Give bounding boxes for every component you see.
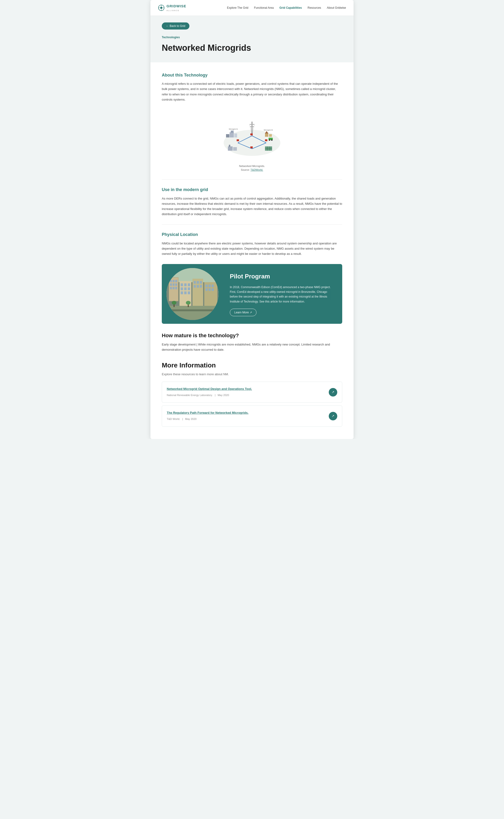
- modern-grid-body: As more DERs connect to the grid, NMGs c…: [162, 196, 342, 217]
- divider-2: [162, 224, 342, 225]
- maturity-section: How mature is the technology? Early stag…: [162, 331, 342, 352]
- resource-card-2-content: The Regulatory Path Forward for Networke…: [167, 410, 248, 422]
- svg-rect-59: [188, 287, 190, 290]
- nav-item-resources[interactable]: Resources: [308, 5, 321, 10]
- pilot-body: In 2018, Commonwealth Edison (ComEd) ann…: [230, 285, 336, 304]
- physical-location-section: Physical Location NMGs could be located …: [162, 231, 342, 256]
- svg-rect-56: [188, 283, 190, 286]
- svg-rect-28: [229, 145, 230, 147]
- svg-rect-19: [250, 133, 253, 135]
- svg-rect-74: [205, 288, 208, 291]
- physical-location-title: Physical Location: [162, 231, 342, 238]
- logo: GRIDWISE ALLIANCE: [158, 3, 186, 12]
- nav-item-grid[interactable]: Grid Capabilities: [279, 5, 302, 10]
- resource-link-2[interactable]: The Regulatory Path Forward for Networke…: [167, 410, 248, 415]
- diagram-source-link[interactable]: T&DWorld.: [251, 168, 263, 171]
- svg-rect-73: [212, 285, 214, 287]
- logo-sub: ALLIANCE: [167, 9, 186, 12]
- svg-rect-27: [228, 146, 233, 151]
- svg-point-80: [172, 301, 176, 305]
- about-body: A microgrid refers to a connected set of…: [162, 81, 342, 102]
- nav-links: Explore The Grid Functional Area Grid Ca…: [227, 5, 346, 10]
- svg-rect-61: [184, 291, 187, 294]
- svg-point-36: [271, 139, 273, 141]
- svg-rect-46: [175, 280, 177, 282]
- pilot-title: Pilot Program: [230, 272, 336, 282]
- svg-rect-71: [205, 285, 208, 287]
- svg-rect-77: [167, 306, 218, 320]
- pilot-image-circle: [167, 268, 218, 320]
- resource-link-1[interactable]: Networked Microgrid Optimal Design and O…: [167, 387, 252, 392]
- svg-rect-51: [173, 287, 175, 289]
- page-title: Networked Microgrids: [162, 41, 342, 55]
- svg-text:Microgrid #1: Microgrid #1: [229, 128, 238, 130]
- svg-rect-48: [173, 283, 175, 286]
- learn-more-button[interactable]: Learn More ↗: [230, 309, 256, 316]
- svg-rect-54: [181, 283, 183, 286]
- svg-point-82: [186, 301, 191, 305]
- svg-rect-55: [184, 283, 187, 286]
- main-content: About this Technology A microgrid refers…: [150, 62, 354, 439]
- diagram-caption: Networked Microgrids. Source: T&DWorld.: [239, 164, 265, 172]
- svg-rect-72: [209, 285, 211, 287]
- about-section: About this Technology A microgrid refers…: [162, 72, 342, 102]
- svg-rect-9: [250, 126, 254, 127]
- nav-item-explore[interactable]: Explore The Grid: [227, 5, 248, 10]
- nav-item-about[interactable]: About Gridwise: [327, 5, 346, 10]
- svg-rect-20: [230, 132, 234, 137]
- svg-rect-45: [173, 280, 175, 282]
- diagram-container: Microgrid #1 Microgrid #2 Networked Micr…: [162, 110, 342, 172]
- svg-rect-21: [231, 131, 234, 133]
- resource-meta-1: National Renewable Energy Laboratory. | …: [167, 394, 229, 397]
- svg-point-1: [160, 7, 162, 9]
- building-image: [167, 268, 218, 320]
- svg-rect-26: [269, 134, 272, 137]
- svg-rect-16: [237, 139, 239, 141]
- resource-2-external-link-button[interactable]: ↗: [329, 412, 337, 420]
- svg-rect-18: [250, 146, 253, 148]
- modern-grid-title: Use in the modern grid: [162, 186, 342, 193]
- svg-rect-60: [181, 291, 183, 294]
- svg-rect-22: [226, 134, 229, 137]
- physical-location-body: NMGs could be located anywhere there are…: [162, 241, 342, 256]
- about-title: About this Technology: [162, 72, 342, 79]
- more-info-subtitle: Explore these resources to learn more ab…: [162, 372, 342, 377]
- svg-rect-57: [181, 287, 183, 290]
- diagram-svg: Microgrid #1 Microgrid #2: [219, 110, 285, 162]
- svg-rect-75: [209, 288, 211, 291]
- svg-rect-8: [250, 124, 254, 125]
- pilot-image-area: [162, 264, 223, 324]
- modern-grid-section: Use in the modern grid As more DERs conn…: [162, 186, 342, 217]
- breadcrumb: Technologies: [162, 35, 342, 40]
- svg-rect-58: [184, 287, 187, 290]
- svg-rect-29: [233, 147, 237, 151]
- pilot-content: Pilot Program In 2018, Commonwealth Edis…: [223, 264, 342, 324]
- svg-rect-64: [194, 281, 196, 284]
- svg-rect-17: [265, 139, 267, 141]
- pilot-banner: Pilot Program In 2018, Commonwealth Edis…: [162, 264, 342, 324]
- svg-rect-68: [197, 285, 199, 288]
- svg-rect-23: [234, 133, 237, 137]
- svg-rect-24: [265, 133, 268, 137]
- svg-rect-62: [188, 291, 190, 294]
- svg-rect-50: [170, 287, 172, 289]
- svg-rect-47: [170, 283, 172, 286]
- back-to-grid-button[interactable]: ← Back to Grid: [162, 22, 189, 30]
- nav-item-functional[interactable]: Functional Area: [254, 5, 274, 10]
- resource-card-1: Networked Microgrid Optimal Design and O…: [162, 382, 342, 403]
- svg-rect-76: [212, 288, 214, 291]
- logo-icon: [158, 4, 165, 11]
- logo-text: GRIDWISE: [167, 3, 186, 9]
- svg-text:Microgrid #2: Microgrid #2: [264, 129, 273, 131]
- resource-1-external-link-button[interactable]: ↗: [329, 388, 337, 397]
- svg-rect-44: [170, 280, 172, 282]
- svg-rect-66: [200, 281, 202, 284]
- more-info-section: More Information Explore these resources…: [162, 360, 342, 427]
- svg-rect-49: [175, 283, 177, 286]
- navigation: GRIDWISE ALLIANCE Explore The Grid Funct…: [150, 0, 354, 16]
- more-info-title: More Information: [162, 360, 342, 371]
- resource-card-2: The Regulatory Path Forward for Networke…: [162, 405, 342, 427]
- maturity-body: Early stage development | While microgri…: [162, 342, 342, 352]
- svg-point-35: [269, 139, 270, 141]
- svg-rect-69: [200, 285, 202, 288]
